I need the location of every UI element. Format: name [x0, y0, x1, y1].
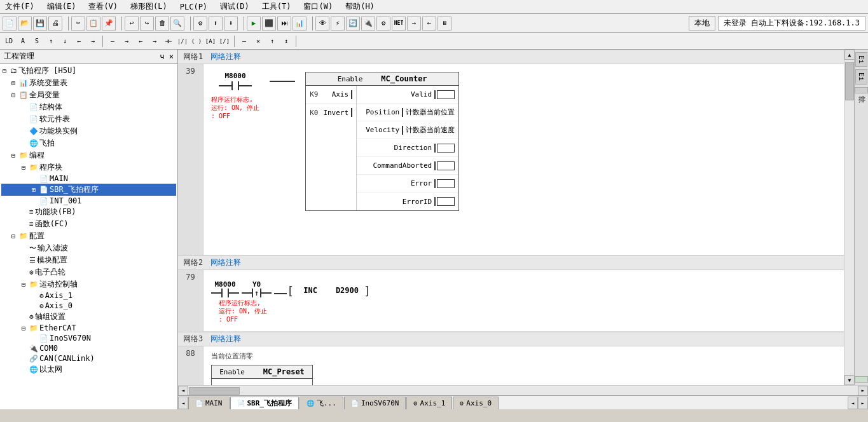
tree-item-ecam[interactable]: ⚙ 电子凸轮 [1, 266, 176, 278]
tb2-12[interactable]: ⊣⊢ [162, 35, 175, 48]
monitor-btn[interactable]: 📊 [293, 17, 307, 31]
expand-sbr[interactable]: ⊞ [32, 186, 39, 193]
tree-item-struct[interactable]: 📄 结构体 [1, 101, 176, 113]
transfer-btn[interactable]: → [407, 17, 421, 31]
open-btn[interactable]: 📂 [18, 17, 32, 31]
tree-item-ethercat[interactable]: ⊟ 📁 EtherCAT [1, 323, 176, 333]
scroll-thumb[interactable] [845, 62, 854, 100]
tree-item-fbinstance[interactable]: 🔷 功能块实例 [1, 125, 176, 137]
tb2-3[interactable]: S [31, 35, 43, 48]
tree-item-axis1[interactable]: ⚙ Axis_1 [1, 290, 176, 301]
copy-btn[interactable]: 📋 [86, 17, 100, 31]
tb2-18[interactable]: ✕ [252, 35, 265, 48]
tree-item-com0[interactable]: 🔌 COM0 [1, 343, 176, 353]
print-btn[interactable]: 🖨 [48, 17, 62, 31]
pc-btn[interactable]: 🖥 [437, 17, 451, 31]
menu-ladder[interactable]: 梯形图(L) [128, 1, 170, 13]
tree-item-axis0[interactable]: ⚙ Axis_0 [1, 301, 176, 311]
tree-item-components[interactable]: 📄 软元件表 [1, 113, 176, 125]
tree-item-root[interactable]: ⊟ 🗂 飞拍程序 [H5U] [1, 65, 176, 77]
expand-ethercat[interactable]: ⊟ [22, 325, 29, 332]
tb2-8[interactable]: — [106, 35, 119, 48]
location-button[interactable]: 本地 [689, 16, 715, 31]
menu-help[interactable]: 帮助(H) [343, 1, 377, 13]
tb2-19[interactable]: ↑ [266, 35, 279, 48]
tree-item-fc[interactable]: ≡ 函数(FC) [1, 218, 176, 230]
cut-btn[interactable]: ✂ [71, 17, 85, 31]
scroll-right-btn[interactable]: ► [858, 386, 868, 396]
tree-item-globalvars[interactable]: ⊟ 📋 全局变量 [1, 89, 176, 101]
dock-ei-2[interactable]: Ei [855, 69, 867, 84]
expand-sysvars[interactable]: ⊞ [11, 79, 19, 86]
tree-item-inosv670n[interactable]: 📄 InoSV670N [1, 333, 176, 343]
tb2-6[interactable]: ← [72, 35, 85, 48]
tab-nav-prev[interactable]: ◄ [848, 397, 858, 409]
tb2-16[interactable]: [/] [218, 35, 231, 48]
find-btn[interactable]: 🔍 [170, 17, 184, 31]
tree-item-main[interactable]: 📄 MAIN [1, 174, 176, 184]
tab-inosv670n[interactable]: 📄 InoSV670N [344, 397, 406, 409]
expand-program[interactable]: ⊟ [11, 152, 19, 159]
config-btn[interactable]: ⚙ [376, 17, 390, 31]
tab-nav-next[interactable]: ► [858, 397, 868, 409]
compile-btn[interactable]: ⚙ [193, 17, 207, 31]
tree-item-sbr[interactable]: ⊞ 📄 SBR_飞拍程序 [1, 184, 176, 196]
tree-item-program[interactable]: ⊟ 📁 编程 [1, 149, 176, 161]
scroll-up-btn[interactable]: ▲ [844, 50, 855, 60]
expand-config[interactable]: ⊟ [11, 233, 19, 240]
menu-file[interactable]: 文件(F) [3, 1, 37, 13]
tb2-17[interactable]: — [238, 35, 251, 48]
force-btn[interactable]: ⚡ [331, 17, 345, 31]
expand-globalvars[interactable]: ⊟ [11, 92, 19, 99]
clear-btn[interactable]: 🔄 [346, 17, 360, 31]
tb2-1[interactable]: LD [3, 35, 15, 48]
tree-item-canlink[interactable]: 🔗 CAN(CANLink) [1, 353, 176, 364]
undo-btn[interactable]: ↩ [125, 17, 139, 31]
paste-btn[interactable]: 📌 [102, 17, 116, 31]
net-btn[interactable]: NET [392, 17, 406, 31]
run-btn[interactable]: ▶ [247, 17, 261, 31]
network-3-comment[interactable]: 网络注释 [210, 334, 241, 344]
dock-ei-1[interactable]: Ei [855, 52, 867, 67]
download-btn[interactable]: ⬇ [224, 17, 238, 31]
network-1-comment[interactable]: 网络注释 [210, 51, 241, 62]
tree-item-ethernet[interactable]: 🌐 以太网 [1, 364, 176, 376]
step-btn[interactable]: ⏭ [277, 17, 291, 31]
tree-item-sysvars[interactable]: ⊞ 📊 系统变量表 [1, 77, 176, 89]
stop-btn[interactable]: ⬛ [262, 17, 276, 31]
tab-fly[interactable]: 🌐 飞... [300, 397, 343, 409]
network-2-comment[interactable]: 网络注释 [210, 257, 241, 268]
tb2-20[interactable]: ↕ [280, 35, 293, 48]
tb2-7[interactable]: → [86, 35, 99, 48]
tab-axis1[interactable]: ⚙ Axis_1 [406, 397, 452, 409]
redo-btn[interactable]: ↪ [140, 17, 154, 31]
tb2-10[interactable]: ← [134, 35, 147, 48]
tab-sbr[interactable]: 📄 SBR_飞拍程序 [230, 397, 300, 409]
panel-controls[interactable]: ч × [160, 52, 174, 61]
new-btn[interactable]: 📄 [3, 17, 17, 31]
menu-view[interactable]: 查看(V) [86, 1, 120, 13]
scroll-left-btn[interactable]: ◄ [178, 386, 188, 396]
upload-btn[interactable]: ⬆ [209, 17, 223, 31]
tree-item-progblocks[interactable]: ⊟ 📁 程序块 [1, 161, 176, 174]
vertical-scrollbar[interactable]: ▲ ▼ [844, 50, 854, 385]
delete-btn[interactable]: 🗑 [155, 17, 169, 31]
tree-item-int001[interactable]: 📄 INT_001 [1, 196, 176, 206]
tb2-5[interactable]: ↓ [59, 35, 71, 48]
tb2-4[interactable]: ↑ [45, 35, 57, 48]
tree-item-feipai[interactable]: 🌐 飞拍 [1, 137, 176, 149]
expand-progblocks[interactable]: ⊟ [22, 164, 29, 171]
tab-main[interactable]: 📄 MAIN [188, 397, 230, 409]
menu-edit[interactable]: 编辑(E) [45, 1, 79, 13]
tree-item-config[interactable]: ⊟ 📁 配置 [1, 230, 176, 242]
menu-window[interactable]: 窗口(W) [301, 1, 335, 13]
tree-item-motionaxes[interactable]: ⊟ 📁 运动控制轴 [1, 278, 176, 290]
menu-debug[interactable]: 调试(D) [217, 1, 252, 13]
tb2-11[interactable]: → [148, 35, 161, 48]
h-scroll-thumb[interactable] [189, 387, 240, 395]
menu-tools[interactable]: 工具(T) [259, 1, 294, 13]
tree-item-inputfilter[interactable]: 〜 输入滤波 [1, 242, 176, 254]
dock-display[interactable]: 显示 [855, 376, 868, 383]
horizontal-scrollbar[interactable]: ◄ ► [178, 385, 868, 395]
tab-scroll-left[interactable]: ◄ [178, 397, 188, 409]
